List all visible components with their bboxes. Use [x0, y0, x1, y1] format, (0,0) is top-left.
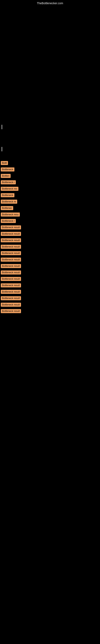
bottleneck-badge[interactable]: Bottleneck result	[1, 264, 21, 268]
bottleneck-badge[interactable]: Bottlenec	[1, 206, 13, 210]
bottleneck-item: Bottleneck result	[0, 251, 100, 255]
bottleneck-item: Bottleneck re	[0, 200, 100, 204]
bottleneck-badge[interactable]: Bottleneck r	[1, 219, 16, 223]
bottleneck-item: Bottl	[0, 161, 100, 165]
bottleneck-badge[interactable]: Bottleneck result	[1, 290, 21, 294]
bottleneck-item: Bottleneck result	[0, 238, 100, 242]
bottleneck-item: Bottleneck res	[0, 187, 100, 191]
bottleneck-badge[interactable]: Bottleneck result	[1, 245, 21, 249]
bottleneck-badge[interactable]: Bottleneck result	[1, 296, 21, 300]
bottleneck-item: Bottleneck result	[0, 232, 100, 236]
bottleneck-item: Bottleneck r	[0, 180, 100, 184]
bottleneck-item: Bottleneck result	[0, 309, 100, 313]
bottleneck-badge[interactable]: Bottleneck resu	[1, 212, 20, 216]
site-title: TheBottlenecker.com	[37, 2, 63, 5]
bottleneck-badge[interactable]: Bottleneck result	[1, 238, 21, 242]
bottleneck-badge[interactable]: Bottleneck result	[1, 277, 21, 281]
bottleneck-badge[interactable]: Bottleneck re	[1, 200, 17, 204]
bottleneck-item: Bottleneck result	[0, 270, 100, 274]
bottleneck-item: Bottleneck result	[0, 283, 100, 288]
bottleneck-badge[interactable]: Bottleneck	[1, 168, 14, 172]
bottleneck-badge[interactable]: Bottleneck result	[1, 258, 21, 262]
bottleneck-item: Bottlen	[0, 174, 100, 178]
bottleneck-item: Bottlenec	[0, 206, 100, 210]
bottleneck-item: Bottleneck result	[0, 264, 100, 268]
bottleneck-item: Bottleneck result	[0, 296, 100, 300]
bottleneck-item: Bottleneck result	[0, 226, 100, 230]
bottleneck-badge[interactable]: Bottleneck result	[1, 226, 21, 230]
bottleneck-badge[interactable]: Bottleneck res	[1, 187, 18, 191]
bottleneck-badge[interactable]: Bottlen	[1, 174, 11, 178]
bottleneck-badge[interactable]: Bottleneck result	[1, 251, 21, 255]
bottleneck-item: Bottleneck r	[0, 219, 100, 223]
bottleneck-item: Bottleneck result	[0, 258, 100, 262]
cursor-line-2	[1, 147, 2, 151]
bottleneck-item: Bottleneck	[0, 168, 100, 172]
bottleneck-list: BottlBottleneckBottlenBottleneck rBottle…	[0, 161, 100, 316]
cursor-line-1	[1, 125, 2, 129]
bottleneck-badge[interactable]: Bottleneck r	[1, 180, 16, 184]
bottleneck-badge[interactable]: Bottleneck	[1, 193, 14, 197]
bottleneck-badge[interactable]: Bottl	[1, 161, 8, 165]
bottleneck-item: Bottleneck result	[0, 303, 100, 307]
bottleneck-badge[interactable]: Bottleneck result	[1, 303, 21, 307]
bottleneck-item: Bottleneck	[0, 193, 100, 197]
bottleneck-item: Bottleneck resu	[0, 212, 100, 216]
bottleneck-badge[interactable]: Bottleneck result	[1, 283, 21, 288]
bottleneck-badge[interactable]: Bottleneck result	[1, 232, 21, 236]
bottleneck-item: Bottleneck result	[0, 245, 100, 249]
bottleneck-badge[interactable]: Bottleneck result	[1, 309, 21, 313]
bottleneck-item: Bottleneck result	[0, 290, 100, 294]
bottleneck-item: Bottleneck result	[0, 277, 100, 281]
bottleneck-badge[interactable]: Bottleneck result	[1, 270, 21, 274]
